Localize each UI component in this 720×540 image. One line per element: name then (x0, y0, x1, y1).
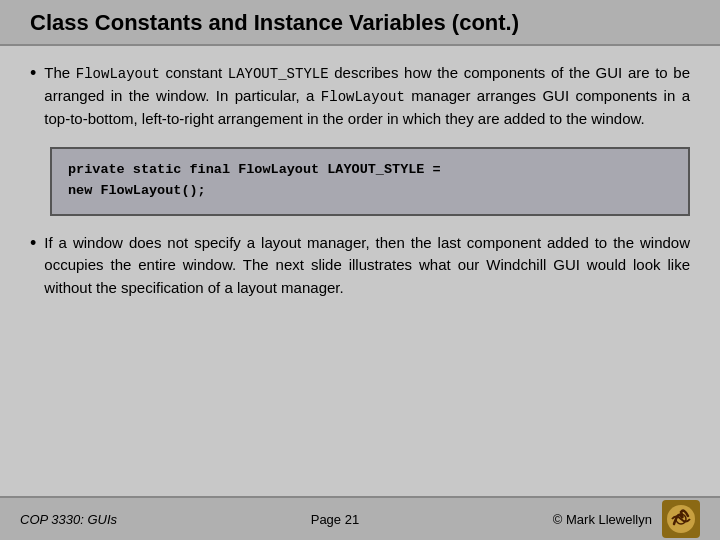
bullet-dot-2: • (30, 233, 36, 254)
bullet-text-2: If a window does not specify a layout ma… (44, 232, 690, 300)
footer-page: Page 21 (311, 512, 359, 527)
code-line-1: private static final FlowLayout LAYOUT_S… (68, 159, 672, 181)
slide-footer: COP 3330: GUIs Page 21 © Mark Llewellyn (0, 496, 720, 540)
inline-code-flowlayout1: FlowLayout (76, 66, 160, 82)
footer-right-group: © Mark Llewellyn (553, 500, 700, 538)
logo-icon (664, 502, 698, 536)
slide-header: Class Constants and Instance Variables (… (0, 0, 720, 46)
inline-code-layoutstyle: LAYOUT_STYLE (228, 66, 329, 82)
bullet-dot-1: • (30, 63, 36, 84)
bullet-item-1: • The FlowLayout constant LAYOUT_STYLE d… (30, 62, 690, 131)
footer-logo (662, 500, 700, 538)
slide-content: • The FlowLayout constant LAYOUT_STYLE d… (0, 46, 720, 496)
footer-copyright: © Mark Llewellyn (553, 512, 652, 527)
slide: Class Constants and Instance Variables (… (0, 0, 720, 540)
slide-title: Class Constants and Instance Variables (… (30, 10, 519, 35)
inline-code-flowlayout2: FlowLayout (321, 89, 405, 105)
footer-course: COP 3330: GUIs (20, 512, 117, 527)
code-line-2: new FlowLayout(); (68, 180, 672, 202)
bullet-text-1: The FlowLayout constant LAYOUT_STYLE des… (44, 62, 690, 131)
bullet-item-2: • If a window does not specify a layout … (30, 232, 690, 300)
code-block: private static final FlowLayout LAYOUT_S… (50, 147, 690, 216)
